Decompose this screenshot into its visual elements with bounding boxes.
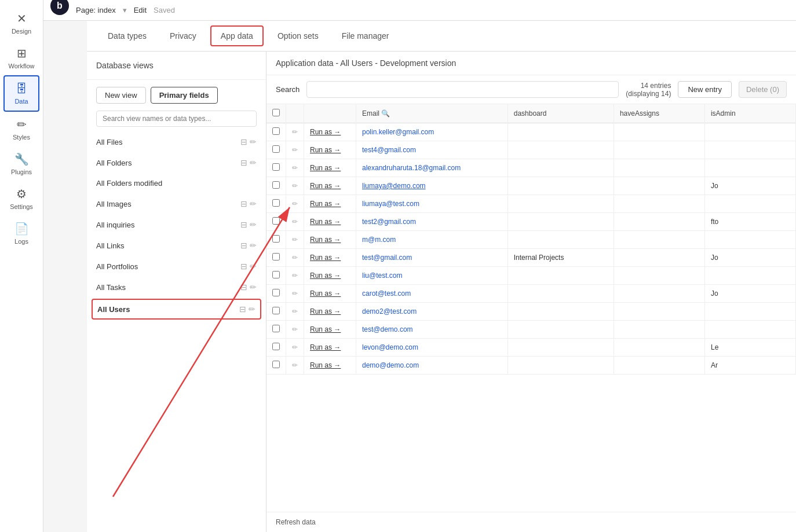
row-checkbox-8[interactable]	[272, 271, 280, 278]
view-item-all-folders[interactable]: All Folders ⊟ ✏	[87, 152, 266, 173]
row-edit-icon-5[interactable]: ✏	[292, 218, 298, 226]
email-link-9[interactable]: carot@test.com	[362, 289, 411, 298]
tab-data-types[interactable]: Data types	[96, 22, 158, 50]
right-panel-toolbar: Search 14 entries (displaying 14) New en…	[266, 75, 796, 104]
row-checkbox-2[interactable]	[272, 163, 280, 171]
row-checkbox-0[interactable]	[272, 127, 280, 135]
delete-button[interactable]: Delete (0)	[739, 81, 787, 98]
email-link-3[interactable]: liumaya@demo.com	[362, 182, 426, 190]
email-link-4[interactable]: liumaya@test.com	[362, 200, 419, 208]
row-checkbox-11[interactable]	[272, 325, 280, 332]
topbar: b Page: index ▾ Edit Saved	[43, 0, 796, 21]
row-edit-icon-1[interactable]: ✏	[292, 146, 298, 154]
email-search-icon[interactable]: 🔍	[381, 109, 390, 118]
row-checkbox-5[interactable]	[272, 217, 280, 225]
row-edit-icon-3[interactable]: ✏	[292, 182, 298, 190]
new-view-button[interactable]: New view	[96, 87, 146, 104]
row-edit-icon-9[interactable]: ✏	[292, 289, 298, 298]
refresh-data-button[interactable]: Refresh data	[266, 512, 796, 532]
email-link-6[interactable]: m@m.com	[362, 236, 396, 244]
sidebar-item-plugins[interactable]: 🔧 Plugins	[0, 146, 43, 181]
table-row: ✏ Run as → test@gmail.com Internal Proje…	[266, 249, 796, 267]
email-link-1[interactable]: test4@gmail.com	[362, 146, 416, 154]
email-link-0[interactable]: polin.keller@gmail.com	[362, 128, 434, 136]
tab-app-data[interactable]: App data	[210, 25, 264, 46]
email-link-5[interactable]: test2@gmail.com	[362, 218, 416, 226]
email-link-2[interactable]: alexandruharuta.18@gmail.com	[362, 164, 461, 172]
email-link-8[interactable]: liu@test.com	[362, 271, 403, 280]
sidebar-item-logs[interactable]: 📄 Logs	[0, 216, 43, 251]
row-edit-icon-11[interactable]: ✏	[292, 325, 298, 333]
row-checkbox-4[interactable]	[272, 199, 280, 207]
page-dropdown-arrow[interactable]: ▾	[123, 6, 127, 14]
view-item-all-inquiries[interactable]: All inquiries ⊟ ✏	[87, 214, 266, 235]
is-admin-cell-3: Jo	[704, 177, 795, 195]
email-link-10[interactable]: demo2@test.com	[362, 307, 417, 315]
run-as-link-0[interactable]: Run as →	[310, 128, 350, 136]
view-item-all-links[interactable]: All Links ⊟ ✏	[87, 235, 266, 256]
run-as-link-6[interactable]: Run as →	[310, 236, 350, 244]
have-assigns-cell-8	[614, 267, 704, 285]
email-link-13[interactable]: demo@demo.com	[362, 361, 419, 369]
tab-privacy[interactable]: Privacy	[158, 22, 208, 50]
row-edit-icon-13[interactable]: ✏	[292, 361, 298, 369]
row-checkbox-1[interactable]	[272, 145, 280, 153]
view-item-all-portfolios[interactable]: All Portfolios ⊟ ✏	[87, 256, 266, 277]
run-as-link-2[interactable]: Run as →	[310, 164, 350, 172]
email-link-12[interactable]: levon@demo.com	[362, 343, 418, 351]
dashboard-cell-13	[507, 357, 614, 375]
row-edit-icon-2[interactable]: ✏	[292, 164, 298, 172]
view-item-all-folders-modified[interactable]: All Folders modified	[87, 173, 266, 193]
edit-button[interactable]: Edit	[134, 6, 147, 14]
tab-option-sets[interactable]: Option sets	[266, 22, 330, 50]
sidebar-item-design[interactable]: ✕ Design	[0, 6, 43, 41]
row-checkbox-9[interactable]	[272, 289, 280, 296]
run-as-link-10[interactable]: Run as →	[310, 307, 350, 315]
tab-file-manager[interactable]: File manager	[330, 22, 401, 50]
row-checkbox-12[interactable]	[272, 343, 280, 350]
row-edit-icon-6[interactable]: ✏	[292, 236, 298, 244]
new-entry-button[interactable]: New entry	[678, 81, 732, 98]
run-as-link-1[interactable]: Run as →	[310, 146, 350, 154]
row-edit-icon-12[interactable]: ✏	[292, 343, 298, 351]
row-edit-icon-4[interactable]: ✏	[292, 200, 298, 208]
run-as-link-13[interactable]: Run as →	[310, 361, 350, 369]
row-edit-icon-8[interactable]: ✏	[292, 271, 298, 280]
row-checkbox-13[interactable]	[272, 361, 280, 368]
row-checkbox-3[interactable]	[272, 181, 280, 189]
have-assigns-cell-2	[614, 159, 704, 177]
view-item-all-users[interactable]: All Users ⊟ ✏	[92, 299, 261, 320]
run-as-link-9[interactable]: Run as →	[310, 289, 350, 298]
run-as-link-3[interactable]: Run as →	[310, 182, 350, 190]
view-item-all-tasks[interactable]: All Tasks ⊟ ✏	[87, 277, 266, 298]
styles-icon: ✏	[17, 118, 27, 131]
view-item-all-images[interactable]: All Images ⊟ ✏	[87, 193, 266, 214]
saved-status: Saved	[154, 6, 175, 14]
row-checkbox-7[interactable]	[272, 253, 280, 261]
row-checkbox-10[interactable]	[272, 307, 280, 314]
sidebar-item-data[interactable]: 🗄 Data	[3, 75, 39, 112]
sidebar-item-styles[interactable]: ✏ Styles	[0, 112, 43, 146]
run-as-link-8[interactable]: Run as →	[310, 271, 350, 280]
view-item-all-files[interactable]: All Files ⊟ ✏	[87, 131, 266, 152]
run-as-link-4[interactable]: Run as →	[310, 200, 350, 208]
dashboard-cell-6	[507, 231, 614, 249]
sidebar-item-workflow[interactable]: ⊞ Workflow	[0, 41, 43, 75]
row-checkbox-6[interactable]	[272, 235, 280, 243]
email-link-7[interactable]: test@gmail.com	[362, 254, 412, 262]
run-as-link-12[interactable]: Run as →	[310, 343, 350, 351]
email-link-11[interactable]: test@demo.com	[362, 325, 413, 333]
primary-fields-button[interactable]: Primary fields	[151, 87, 218, 104]
search-views-input[interactable]	[96, 111, 257, 127]
row-edit-icon-0[interactable]: ✏	[292, 128, 298, 136]
row-edit-icon-10[interactable]: ✏	[292, 307, 298, 315]
select-all-checkbox[interactable]	[272, 109, 280, 116]
sidebar-item-settings[interactable]: ⚙ Settings	[0, 181, 43, 216]
is-admin-cell-12: Le	[704, 339, 795, 357]
have-assigns-cell-9	[614, 285, 704, 303]
run-as-link-11[interactable]: Run as →	[310, 325, 350, 333]
run-as-link-7[interactable]: Run as →	[310, 254, 350, 262]
search-input[interactable]	[306, 81, 619, 98]
run-as-link-5[interactable]: Run as →	[310, 218, 350, 226]
row-edit-icon-7[interactable]: ✏	[292, 254, 298, 262]
